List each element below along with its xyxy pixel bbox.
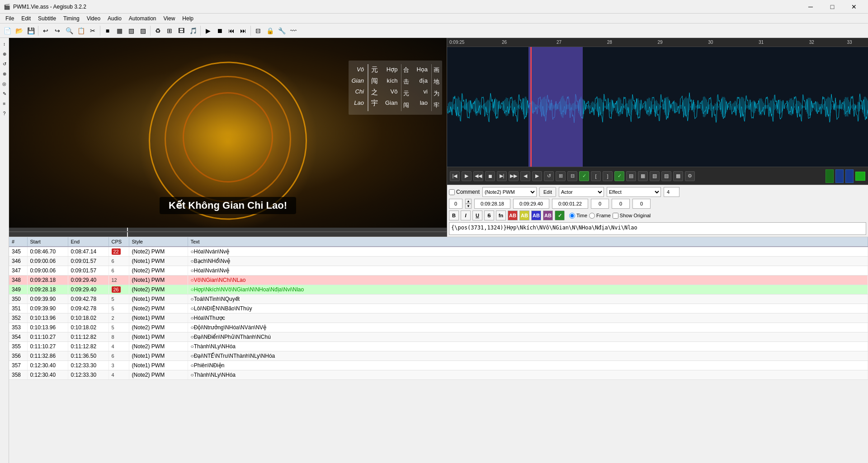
comment-checkbox[interactable] bbox=[449, 189, 455, 195]
tb-wave[interactable]: 〰 bbox=[288, 25, 299, 36]
duration-input[interactable] bbox=[552, 199, 588, 209]
color2-button[interactable]: AB bbox=[519, 210, 529, 220]
effect-select[interactable]: Effect bbox=[607, 187, 661, 197]
time-radio[interactable] bbox=[569, 213, 575, 219]
frame-radio[interactable] bbox=[589, 213, 595, 219]
wc-settings[interactable]: ⚙ bbox=[685, 171, 695, 181]
wc-stop[interactable]: ⏹ bbox=[485, 171, 495, 181]
table-row[interactable]: 349 0:09:28.18 0:09:29.40 26 (Note2) PWM… bbox=[9, 285, 868, 295]
sidebar-btn-6[interactable]: ✎ bbox=[0, 89, 9, 98]
sidebar-btn-1[interactable]: ↕ bbox=[0, 40, 9, 48]
tb-find[interactable]: 🔍 bbox=[64, 25, 75, 36]
waveform-display[interactable] bbox=[447, 47, 868, 167]
margin1-input[interactable] bbox=[591, 199, 609, 209]
wc-next[interactable]: ▶| bbox=[497, 171, 507, 181]
layer-input[interactable] bbox=[449, 199, 462, 209]
tb-save[interactable]: 💾 bbox=[25, 25, 36, 36]
accept-button[interactable]: ✓ bbox=[555, 210, 565, 220]
style-select[interactable]: (Note2) PWM bbox=[482, 187, 537, 197]
sidebar-btn-2[interactable]: ⊕ bbox=[0, 50, 9, 58]
edit-style-button[interactable]: Edit bbox=[539, 187, 556, 197]
tb-grid[interactable]: ⊞ bbox=[164, 25, 175, 36]
wc-grid5[interactable]: ▩ bbox=[673, 171, 683, 181]
underline-button[interactable]: U bbox=[472, 210, 482, 220]
tb-style1[interactable]: ■ bbox=[102, 25, 113, 36]
video-display[interactable]: VôGianChiLao 元闯之宇 HợpkíchVôGian 合击元闯 Họa bbox=[9, 38, 447, 228]
end-time-input[interactable] bbox=[513, 199, 549, 209]
tb-stop[interactable]: ⏹ bbox=[214, 25, 225, 36]
menu-video[interactable]: Video bbox=[83, 14, 104, 23]
wc-prev3[interactable]: ◀ bbox=[520, 171, 530, 181]
maximize-button[interactable]: □ bbox=[822, 0, 843, 14]
tb-style4[interactable]: ▨ bbox=[137, 25, 148, 36]
italic-button[interactable]: I bbox=[461, 210, 471, 220]
table-row[interactable]: 351 0:09:39.90 0:09:42.78 5 (Note2) PWM … bbox=[9, 304, 868, 313]
wc-grid2[interactable]: ▦ bbox=[638, 171, 648, 181]
sidebar-btn-4[interactable]: ⊗ bbox=[0, 70, 9, 78]
bold-button[interactable]: B bbox=[449, 210, 459, 220]
menu-help[interactable]: Help bbox=[179, 14, 197, 23]
subtitle-text-edit[interactable]: {\pos(3731,1324)}Hợp\Nkích\NVô\NGian\N\N… bbox=[449, 222, 866, 235]
effect-number-input[interactable] bbox=[664, 187, 679, 197]
wc-loop[interactable]: ↺ bbox=[544, 171, 554, 181]
tb-snap[interactable]: ⊟ bbox=[253, 25, 264, 36]
table-row[interactable]: 346 0:09:00.06 0:09:01.57 6 (Note1) PWM … bbox=[9, 257, 868, 266]
menu-automation[interactable]: Automation bbox=[125, 14, 160, 23]
sidebar-btn-7[interactable]: ≡ bbox=[0, 99, 9, 108]
sidebar-btn-8[interactable]: ? bbox=[0, 109, 9, 117]
table-row[interactable]: 354 0:11:10.27 0:11:12.82 8 (Note1) PWM … bbox=[9, 332, 868, 342]
wc-grid1[interactable]: ▤ bbox=[626, 171, 636, 181]
layer-spin-up[interactable]: ▲ bbox=[465, 199, 472, 204]
table-row[interactable]: 355 0:11:10.27 0:11:12.82 4 (Note2) PWM … bbox=[9, 342, 868, 351]
layer-spin-down[interactable]: ▼ bbox=[465, 204, 472, 209]
menu-view[interactable]: View bbox=[160, 14, 179, 23]
tb-recycle[interactable]: ♻ bbox=[152, 25, 163, 36]
wc-prev2[interactable]: ◀◀ bbox=[473, 171, 483, 181]
wc-left-bracket[interactable]: [ bbox=[591, 171, 601, 181]
tb-scissors[interactable]: ✂ bbox=[87, 25, 98, 36]
wc-shrink[interactable]: ⊟ bbox=[567, 171, 577, 181]
tb-style2[interactable]: ▦ bbox=[114, 25, 125, 36]
color1-button[interactable]: AB bbox=[508, 210, 518, 220]
table-row[interactable]: 358 0:12:30.40 0:12:33.30 4 (Note2) PWM … bbox=[9, 370, 868, 380]
table-row[interactable]: 352 0:10:13.96 0:10:18.02 2 (Note1) PWM … bbox=[9, 313, 868, 323]
table-row[interactable]: 348 0:09:28.18 0:09:29.40 12 (Note1) PWM… bbox=[9, 276, 868, 285]
wc-prev[interactable]: |◀ bbox=[450, 171, 460, 181]
table-row[interactable]: 356 0:11:32.86 0:11:36.50 6 (Note1) PWM … bbox=[9, 351, 868, 361]
wc-play[interactable]: ▶ bbox=[462, 171, 472, 181]
show-original-checkbox[interactable] bbox=[613, 213, 618, 219]
close-button[interactable]: ✕ bbox=[844, 0, 864, 14]
color3-button[interactable]: AB bbox=[531, 210, 541, 220]
strikeout-button[interactable]: S bbox=[484, 210, 494, 220]
tb-lock[interactable]: 🔒 bbox=[264, 25, 275, 36]
tb-prev[interactable]: ⏮ bbox=[226, 25, 237, 36]
sidebar-btn-5[interactable]: ◎ bbox=[0, 80, 9, 88]
table-row[interactable]: 357 0:12:30.40 0:12:33.30 3 (Note1) PWM … bbox=[9, 361, 868, 370]
wc-grid4[interactable]: ▨ bbox=[661, 171, 671, 181]
tb-new[interactable]: 📄 bbox=[2, 25, 13, 36]
wc-next3[interactable]: ▶ bbox=[532, 171, 542, 181]
tb-play[interactable]: ▶ bbox=[203, 25, 213, 36]
table-row[interactable]: 350 0:09:39.90 0:09:42.78 5 (Note1) PWM … bbox=[9, 295, 868, 304]
minimize-button[interactable]: ─ bbox=[800, 0, 821, 14]
margin3-input[interactable] bbox=[632, 199, 651, 209]
fn-button[interactable]: fn bbox=[496, 210, 506, 220]
menu-subtitle[interactable]: Subtitle bbox=[34, 14, 60, 23]
margin2-input[interactable] bbox=[612, 199, 630, 209]
sidebar-btn-3[interactable]: ↺ bbox=[0, 60, 9, 68]
video-scrubber[interactable] bbox=[9, 228, 447, 237]
menu-edit[interactable]: Edit bbox=[18, 14, 34, 23]
tb-video-open[interactable]: 🎞 bbox=[176, 25, 187, 36]
wc-check-green[interactable]: ✓ bbox=[579, 171, 589, 181]
table-row[interactable]: 353 0:10:13.96 0:10:18.02 5 (Note2) PWM … bbox=[9, 323, 868, 332]
tb-redo[interactable]: ↪ bbox=[52, 25, 63, 36]
tb-audio-open[interactable]: 🎵 bbox=[188, 25, 198, 36]
start-time-input[interactable] bbox=[474, 199, 510, 209]
wc-right-bracket[interactable]: ] bbox=[603, 171, 613, 181]
tb-paste[interactable]: 📋 bbox=[75, 25, 86, 36]
menu-audio[interactable]: Audio bbox=[104, 14, 125, 23]
wc-expand[interactable]: ⊞ bbox=[556, 171, 566, 181]
table-row[interactable]: 347 0:09:00.06 0:09:01.57 6 (Note2) PWM … bbox=[9, 266, 868, 276]
actor-select[interactable]: Actor bbox=[559, 187, 604, 197]
tb-next[interactable]: ⏭ bbox=[238, 25, 249, 36]
